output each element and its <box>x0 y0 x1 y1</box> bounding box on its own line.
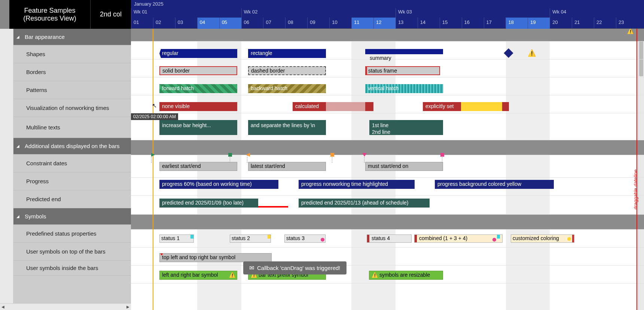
day-cell[interactable]: 14 <box>418 18 440 29</box>
bar-label: status 2 <box>232 235 250 241</box>
day-cell[interactable]: 12 <box>373 18 396 29</box>
bar-nonworking-explicit[interactable]: explicitly set <box>423 102 461 111</box>
status-red-bar-icon <box>415 235 417 242</box>
resource-tree-panel: Feature Samples (Resources View) 2nd col… <box>0 0 131 310</box>
bar-multiline-a[interactable]: increase bar height... <box>159 120 237 135</box>
tree-item-shapes[interactable]: Shapes <box>13 45 131 63</box>
week-cell[interactable]: Wk 04 <box>550 8 638 18</box>
bar-nonworking-explicit-tail[interactable] <box>502 102 509 111</box>
bar-label: top left and top right bar symbol <box>162 254 235 260</box>
day-cell[interactable]: 08 <box>285 18 307 29</box>
bar-forward-hatch[interactable]: forward hatch <box>159 84 237 93</box>
bar-nonworking-calc-fade[interactable] <box>326 102 365 111</box>
tree-item-patterns[interactable]: Patterns <box>13 81 131 99</box>
bar-multiline-c[interactable]: 1st line 2nd line <box>369 120 443 135</box>
day-cell[interactable]: 17 <box>484 18 506 29</box>
status-yellow-icon <box>268 235 271 239</box>
day-cell[interactable]: 23 <box>616 18 638 29</box>
bar-status-2[interactable]: status 2 <box>230 234 271 243</box>
bar-progress-a[interactable]: progress 60% (based on working time) <box>159 180 278 189</box>
bar-backward-hatch[interactable]: backward hatch <box>248 84 326 93</box>
day-cell[interactable]: 07 <box>263 18 285 29</box>
week-cell[interactable]: Wk 01 <box>131 8 241 18</box>
week-cell[interactable]: Wk 02 <box>241 8 396 18</box>
bar-predicted-b[interactable]: predicted end 2025/01/13 (ahead of sched… <box>299 199 430 208</box>
day-cell[interactable]: 01 <box>131 18 153 29</box>
bar-rectangle[interactable]: rectangle <box>248 49 326 58</box>
bar-progress-c[interactable]: progress background colored yellow <box>435 180 554 189</box>
tree-item-constraint[interactable]: Constraint dates <box>13 154 131 172</box>
bar-constraint-c[interactable]: must start/end on <box>365 162 443 171</box>
day-cell[interactable]: 22 <box>594 18 616 29</box>
day-cell[interactable]: 13 <box>396 18 418 29</box>
bar-label: customized coloring <box>513 235 559 241</box>
group-bar-appearance[interactable]: Bar appearance <box>13 29 131 45</box>
scroll-right-icon[interactable]: ▶ <box>126 305 129 309</box>
bar-label: status 1 <box>161 235 180 241</box>
day-cell[interactable]: 03 <box>175 18 197 29</box>
tree-item-predefined-status[interactable]: Predefined status properties <box>13 225 131 243</box>
bar-regular[interactable]: regular <box>159 49 237 58</box>
tree-item-user-symbols-top[interactable]: User symbols on top of the bars <box>13 243 131 261</box>
bar-nonworking-calc-tail[interactable] <box>365 102 373 111</box>
tree-item-user-symbols-inside[interactable]: User symbols inside the bars <box>13 261 131 276</box>
day-cell[interactable]: 11 <box>351 18 373 29</box>
bar-user-symbol-in-a[interactable]: left and right bar symbol⚠️ <box>159 271 237 280</box>
chart-body[interactable]: ⚠️ draggable dateline ↖ 02/2025 02:00:00… <box>131 29 644 310</box>
scroll-left-icon[interactable]: ◀ <box>1 305 4 309</box>
milestone-warning-icon[interactable]: ⚠️ <box>528 49 536 57</box>
bar-solid-border[interactable]: solid border <box>159 66 237 75</box>
draggable-dateline-label: draggable dateline <box>633 169 639 209</box>
bar-user-symbol-top[interactable]: ✓ top left and top right bar symbol <box>159 253 272 262</box>
bar-nonworking-none[interactable]: none visible <box>159 102 237 111</box>
day-cell[interactable]: 02 <box>153 18 175 29</box>
status-cyan-icon <box>497 235 500 239</box>
day-cell[interactable]: 10 <box>329 18 351 29</box>
top-left-symbol-icon <box>159 253 164 255</box>
bar-constraint-a[interactable]: earliest start/end <box>159 162 237 171</box>
group-band <box>131 29 644 42</box>
bar-progress-b[interactable]: progress nonworking time highlighted <box>299 180 415 189</box>
tree-item-progress[interactable]: Progress <box>13 172 131 190</box>
day-cell[interactable]: 06 <box>241 18 263 29</box>
bar-constraint-b[interactable]: latest start/end <box>248 162 326 171</box>
group-label: Symbols <box>25 213 46 220</box>
tree-item-nonworking[interactable]: Visualization of nonworking times <box>13 99 131 117</box>
tree-item-borders[interactable]: Borders <box>13 63 131 81</box>
bar-status-4[interactable]: status 4 <box>367 234 412 243</box>
day-cell[interactable]: 09 <box>307 18 329 29</box>
bar-nonworking-calc[interactable]: calculated <box>293 102 326 111</box>
bar-status-1[interactable]: status 1 <box>159 234 194 243</box>
bar-status-frame[interactable]: status frame <box>365 66 440 75</box>
bar-status-combined[interactable]: combined (1 + 3 + 4) <box>414 234 503 243</box>
bar-predicted-a[interactable]: predicted end 2025/01/09 (too late) <box>159 199 258 208</box>
now-dateline[interactable] <box>153 29 153 310</box>
day-cell[interactable]: 05 <box>219 18 241 29</box>
bar-status-3[interactable]: status 3 <box>284 234 326 243</box>
bar-nonworking-explicit-mid[interactable] <box>461 102 502 111</box>
predicted-late-tail <box>258 206 288 208</box>
bar-multiline-b[interactable]: and separate the lines by \n <box>248 120 326 135</box>
day-cell[interactable]: 21 <box>572 18 594 29</box>
flag-orange-square-icon <box>330 153 334 157</box>
day-cell[interactable]: 15 <box>440 18 462 29</box>
bar-user-symbol-in-c[interactable]: ⚠️ symbols are resizable <box>369 271 443 280</box>
bar-summary[interactable] <box>365 49 443 54</box>
tree-item-predicted[interactable]: Predicted end <box>13 190 131 208</box>
bar-vertical-hatch[interactable]: vertical hatch <box>365 84 443 93</box>
bar-status-custom[interactable]: customized coloring <box>511 234 574 243</box>
group-additional-dates[interactable]: Additional dates displayed on the bars <box>13 138 131 154</box>
group-symbols[interactable]: Symbols <box>13 208 131 225</box>
flag-pink-down-icon <box>362 153 367 157</box>
day-cell[interactable]: 04 <box>197 18 219 29</box>
toast-notification: Callback 'canDrag' was triggered! <box>243 261 347 274</box>
left-h-scrollbar[interactable]: ◀ ▶ <box>0 303 131 310</box>
flag-pink-square-icon <box>440 153 444 157</box>
day-cell[interactable]: 20 <box>550 18 572 29</box>
day-cell[interactable]: 18 <box>506 18 528 29</box>
bar-dashed-border[interactable]: dashed border <box>248 66 326 75</box>
day-cell[interactable]: 19 <box>528 18 550 29</box>
day-cell[interactable]: 16 <box>462 18 484 29</box>
week-cell[interactable]: Wk 03 <box>396 8 550 18</box>
tree-item-multiline[interactable]: Multiline texts <box>13 117 131 138</box>
